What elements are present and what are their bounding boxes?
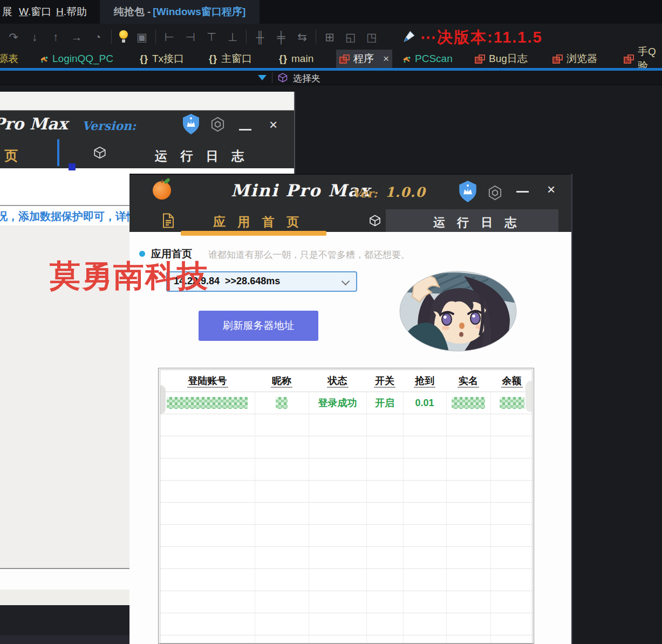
- cube-icon: [93, 146, 107, 162]
- chevron-down-icon[interactable]: [258, 75, 267, 80]
- empty-cell: [309, 458, 366, 481]
- close-button[interactable]: ×: [547, 181, 555, 198]
- ide-tab-PCScan[interactable]: PCScan: [399, 50, 456, 68]
- privacy-mosaic: [167, 397, 248, 409]
- ide-tab-浏览器[interactable]: 浏览器: [549, 50, 600, 68]
- move-down-icon[interactable]: ↓: [27, 31, 42, 43]
- table-row-empty: [160, 613, 533, 635]
- active-tab-underline: [181, 231, 326, 236]
- ide-tab-LoginQQ_PC[interactable]: LoginQQ_PC: [37, 50, 117, 68]
- empty-cell: [309, 436, 366, 458]
- avatar: [399, 271, 517, 352]
- column-header-开关[interactable]: 开关: [366, 370, 403, 392]
- refresh-server-button[interactable]: 刷新服务器地址: [199, 311, 318, 341]
- empty-cell: [490, 547, 533, 569]
- align-right-icon[interactable]: ⊣: [183, 31, 198, 43]
- tab-log[interactable]: 运 行 日 志: [433, 215, 521, 231]
- cell-text: 登录成功: [318, 398, 357, 408]
- undo-arrow-icon[interactable]: ↷: [6, 31, 21, 43]
- ide-tab-Tx接口[interactable]: {}Tx接口: [137, 50, 187, 68]
- center-horizontal-icon[interactable]: ╫: [252, 31, 268, 43]
- empty-cell: [255, 436, 309, 458]
- empty-cell: [160, 613, 255, 635]
- empty-cell: [446, 635, 490, 644]
- ide-tab-main[interactable]: {}main: [276, 50, 317, 68]
- center-vertical-icon[interactable]: ╪: [274, 31, 289, 43]
- tab-home[interactable]: 应 用 首 页: [213, 214, 303, 230]
- gear-icon[interactable]: [487, 185, 503, 203]
- section-subtitle: 谁都知道有那么一朝，只是不管多糟，都还想要。: [208, 249, 410, 261]
- table-header-row: 登陆账号昵称状态开关抢到实名余额: [160, 370, 533, 392]
- ide-tab-label: LoginQQ_PC: [52, 53, 113, 65]
- empty-cell: [403, 458, 446, 481]
- column-header-登陆账号[interactable]: 登陆账号: [160, 370, 255, 392]
- ide-tab-label: 浏览器: [567, 52, 597, 66]
- watermark-text: 莫勇南科技: [50, 256, 209, 297]
- empty-cell: [160, 547, 255, 569]
- column-header-状态[interactable]: 状态: [309, 370, 366, 392]
- close-button[interactable]: ×: [269, 117, 277, 133]
- selector-label[interactable]: 选择夹: [293, 72, 320, 85]
- toolbar-divider: [246, 30, 247, 44]
- empty-cell: [255, 481, 309, 503]
- empty-cell: [403, 635, 446, 644]
- fit-size-icon[interactable]: ◱: [343, 31, 358, 43]
- lightbulb-icon[interactable]: [119, 30, 128, 43]
- empty-cell: [403, 503, 446, 525]
- expand-icon[interactable]: ◳: [364, 31, 379, 43]
- empty-cell: [403, 569, 446, 591]
- align-top-icon[interactable]: ⊤: [204, 31, 219, 43]
- empty-cell: [366, 525, 403, 547]
- column-header-抢到[interactable]: 抢到: [403, 370, 446, 392]
- empty-cell: [309, 414, 366, 436]
- column-header-实名[interactable]: 实名: [446, 370, 490, 392]
- chevron-down-icon: [342, 277, 350, 286]
- ide-tab-手Q验[interactable]: 手Q验: [620, 50, 662, 68]
- table-row[interactable]: 登录成功开启0.01: [160, 392, 533, 414]
- empty-cell: [366, 458, 403, 481]
- ide-statusbar-fragment: [0, 635, 129, 644]
- close-tab-icon[interactable]: ×: [383, 53, 389, 65]
- ide-tab-label: 程序: [353, 52, 374, 66]
- ide-tab-源表[interactable]: 源表: [0, 50, 22, 68]
- move-right-icon[interactable]: →: [69, 31, 84, 43]
- empty-cell: [160, 569, 255, 591]
- empty-cell: [160, 436, 255, 458]
- align-left-icon[interactable]: ⊢: [162, 31, 177, 43]
- background-home-tab-fragment[interactable]: 页: [4, 147, 18, 165]
- align-bottom-icon[interactable]: ⊥: [225, 31, 240, 43]
- gear-icon[interactable]: [210, 117, 226, 134]
- menu-item-0[interactable]: 展: [2, 5, 12, 19]
- braces-icon: {}: [279, 53, 288, 65]
- empty-cell: [309, 503, 366, 525]
- empty-cell: [160, 525, 255, 547]
- form-preview-icon[interactable]: ▣: [134, 31, 149, 43]
- record-icon[interactable]: ◔: [90, 31, 105, 43]
- ide-tab-程序[interactable]: 程序×: [336, 50, 392, 68]
- toolbar-divider: [155, 30, 156, 44]
- window-icon: [339, 54, 350, 64]
- ide-tab-bar: 源表LoginQQ_PC{}Tx接口{}主窗口{}main程序×PCScanBu…: [0, 50, 662, 68]
- minimize-button[interactable]: [239, 129, 251, 131]
- minimize-button[interactable]: [516, 191, 529, 193]
- empty-cell: [366, 569, 403, 591]
- menu-item-2[interactable]: H.帮助: [56, 5, 87, 19]
- ide-tab-Bug日志[interactable]: Bug日志: [472, 50, 531, 68]
- empty-cell: [446, 547, 490, 569]
- empty-cell: [490, 525, 533, 547]
- empty-cell: [255, 503, 309, 525]
- value-cell: 0.01: [403, 392, 446, 414]
- privacy-mosaic: [500, 397, 524, 409]
- background-log-tab[interactable]: 运 行 日 志: [155, 148, 249, 165]
- move-up-icon[interactable]: ↑: [48, 31, 63, 43]
- accounts-table[interactable]: 登陆账号昵称状态开关抢到实名余额登录成功开启0.01: [160, 370, 533, 643]
- space-horizontal-icon[interactable]: ⇆: [295, 31, 310, 43]
- braces-icon: {}: [209, 53, 217, 65]
- ide-tab-主窗口[interactable]: {}主窗口: [206, 50, 255, 68]
- same-size-icon[interactable]: ⊞: [322, 31, 337, 43]
- ide-tab-label: 主窗口: [221, 52, 252, 66]
- empty-cell: [366, 613, 403, 635]
- empty-cell: [446, 436, 490, 458]
- menu-item-1[interactable]: W.窗口: [19, 5, 51, 19]
- column-header-昵称[interactable]: 昵称: [255, 370, 309, 392]
